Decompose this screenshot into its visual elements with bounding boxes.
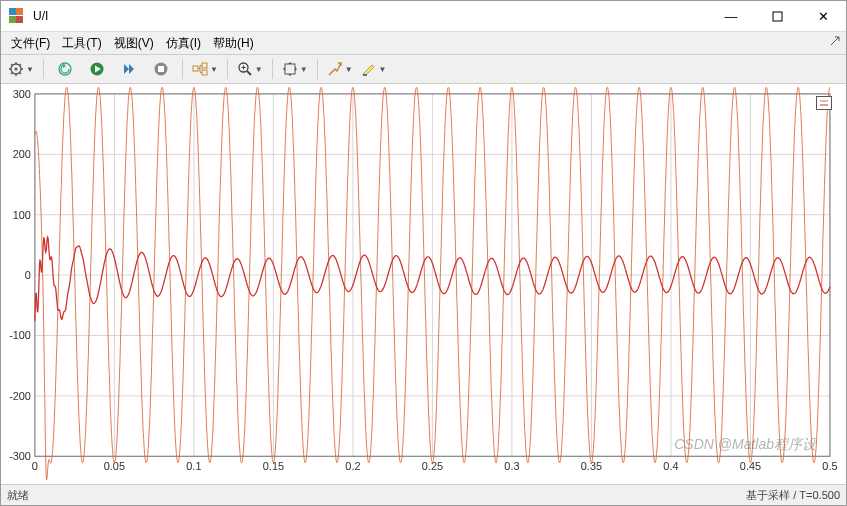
menu-tools[interactable]: 工具(T) [56, 33, 107, 54]
window-title: U/I [31, 9, 708, 23]
menu-view[interactable]: 视图(V) [108, 33, 160, 54]
separator [43, 59, 44, 79]
step-back-button[interactable] [50, 57, 80, 81]
configure-button[interactable]: ▼ [5, 57, 37, 81]
svg-text:0.1: 0.1 [186, 460, 201, 472]
autoscale-button[interactable]: ▼ [279, 57, 311, 81]
measurements-button[interactable]: ▼ [324, 57, 356, 81]
plot-area[interactable]: 00.050.10.150.20.250.30.350.40.450.5-300… [1, 84, 846, 484]
svg-text:0.2: 0.2 [345, 460, 360, 472]
svg-rect-22 [285, 64, 295, 74]
menubar: 文件(F) 工具(T) 视图(V) 仿真(I) 帮助(H) [1, 32, 846, 55]
svg-text:300: 300 [13, 88, 31, 100]
menu-help[interactable]: 帮助(H) [207, 33, 260, 54]
zoom-button[interactable]: ▼ [234, 57, 266, 81]
svg-line-10 [20, 64, 22, 66]
svg-rect-15 [193, 66, 198, 71]
close-button[interactable]: ✕ [800, 1, 846, 31]
svg-rect-16 [202, 63, 207, 68]
stop-button[interactable] [146, 57, 176, 81]
statusbar: 就绪 基于采样 / T=0.500 [1, 484, 846, 505]
highlight-button[interactable]: ▼ [358, 57, 390, 81]
svg-text:0.5: 0.5 [822, 460, 837, 472]
run-button[interactable] [82, 57, 112, 81]
titlebar: U/I — ✕ [1, 1, 846, 32]
svg-line-8 [20, 73, 22, 75]
svg-text:0: 0 [32, 460, 38, 472]
svg-line-19 [247, 71, 251, 75]
svg-text:-200: -200 [9, 390, 31, 402]
status-left: 就绪 [7, 488, 746, 503]
svg-rect-17 [202, 70, 207, 75]
separator [182, 59, 183, 79]
svg-text:200: 200 [13, 148, 31, 160]
svg-point-2 [15, 68, 18, 71]
svg-line-9 [11, 73, 13, 75]
svg-line-7 [11, 64, 13, 66]
legend-icon[interactable] [816, 96, 832, 110]
separator [227, 59, 228, 79]
toolbar: ▼ ▼ ▼ ▼ ▼ ▼ [1, 55, 846, 84]
svg-text:-100: -100 [9, 329, 31, 341]
status-right: 基于采样 / T=0.500 [746, 488, 840, 503]
undock-icon[interactable] [830, 36, 840, 46]
separator [317, 59, 318, 79]
svg-text:0.3: 0.3 [504, 460, 519, 472]
svg-text:-300: -300 [9, 450, 31, 462]
signal-selector-button[interactable]: ▼ [189, 57, 221, 81]
svg-rect-14 [158, 66, 164, 72]
svg-text:0.4: 0.4 [663, 460, 678, 472]
matlab-icon [9, 8, 25, 24]
svg-rect-0 [773, 12, 782, 21]
svg-text:100: 100 [13, 209, 31, 221]
separator [272, 59, 273, 79]
scope-window: U/I — ✕ 文件(F) 工具(T) 视图(V) 仿真(I) 帮助(H) ▼ [0, 0, 847, 506]
svg-text:0: 0 [25, 269, 31, 281]
menu-file[interactable]: 文件(F) [5, 33, 56, 54]
minimize-button[interactable]: — [708, 1, 754, 31]
maximize-button[interactable] [754, 1, 800, 31]
step-forward-button[interactable] [114, 57, 144, 81]
scope-chart: 00.050.10.150.20.250.30.350.40.450.5-300… [1, 84, 846, 484]
menu-simulation[interactable]: 仿真(I) [160, 33, 207, 54]
